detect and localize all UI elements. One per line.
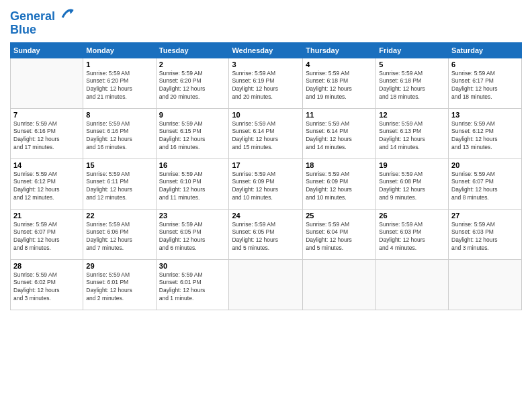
day-number: 4 (306, 60, 373, 68)
day-number: 19 (379, 161, 445, 169)
day-info: Sunrise: 5:59 AM Sunset: 6:03 PM Dayligh… (379, 221, 445, 253)
weekday-header-monday: Monday (83, 42, 156, 58)
day-number: 11 (306, 111, 373, 119)
day-number: 2 (159, 60, 226, 68)
day-info: Sunrise: 5:59 AM Sunset: 6:20 PM Dayligh… (86, 70, 152, 102)
day-info: Sunrise: 5:59 AM Sunset: 6:20 PM Dayligh… (159, 70, 226, 102)
day-number: 25 (306, 212, 373, 220)
day-number: 7 (13, 111, 80, 119)
calendar-cell: 14Sunrise: 5:59 AM Sunset: 6:12 PM Dayli… (11, 158, 83, 209)
day-info: Sunrise: 5:59 AM Sunset: 6:08 PM Dayligh… (379, 171, 445, 203)
calendar-week-2: 7Sunrise: 5:59 AM Sunset: 6:16 PM Daylig… (11, 108, 522, 158)
logo-text: General (10, 10, 75, 24)
calendar-cell: 12Sunrise: 5:59 AM Sunset: 6:13 PM Dayli… (376, 108, 449, 158)
weekday-header-tuesday: Tuesday (156, 42, 229, 58)
day-info: Sunrise: 5:59 AM Sunset: 6:05 PM Dayligh… (232, 221, 300, 253)
day-number: 15 (86, 161, 152, 169)
calendar-cell: 18Sunrise: 5:59 AM Sunset: 6:09 PM Dayli… (303, 158, 376, 209)
day-info: Sunrise: 5:59 AM Sunset: 6:11 PM Dayligh… (86, 171, 152, 203)
day-info: Sunrise: 5:59 AM Sunset: 6:12 PM Dayligh… (451, 120, 519, 152)
logo-blue: Blue (10, 24, 75, 37)
day-number: 20 (451, 161, 519, 169)
day-info: Sunrise: 5:59 AM Sunset: 6:07 PM Dayligh… (13, 221, 80, 253)
calendar-cell: 29Sunrise: 5:59 AM Sunset: 6:01 PM Dayli… (83, 259, 156, 310)
day-number: 6 (451, 60, 519, 68)
calendar-cell: 24Sunrise: 5:59 AM Sunset: 6:05 PM Dayli… (229, 209, 303, 259)
calendar-cell: 27Sunrise: 5:59 AM Sunset: 6:03 PM Dayli… (449, 209, 522, 259)
day-number: 13 (451, 111, 519, 119)
day-number: 27 (451, 212, 519, 220)
logo: General Blue (10, 10, 75, 37)
day-number: 1 (86, 60, 152, 68)
day-number: 8 (86, 111, 152, 119)
calendar-cell (229, 259, 303, 310)
calendar-cell: 9Sunrise: 5:59 AM Sunset: 6:15 PM Daylig… (156, 108, 229, 158)
day-info: Sunrise: 5:59 AM Sunset: 6:19 PM Dayligh… (232, 70, 300, 102)
day-number: 18 (306, 161, 373, 169)
day-info: Sunrise: 5:59 AM Sunset: 6:04 PM Dayligh… (306, 221, 373, 253)
day-info: Sunrise: 5:59 AM Sunset: 6:18 PM Dayligh… (379, 70, 445, 102)
weekday-header-row: SundayMondayTuesdayWednesdayThursdayFrid… (11, 42, 522, 58)
day-info: Sunrise: 5:59 AM Sunset: 6:16 PM Dayligh… (13, 120, 80, 152)
day-number: 23 (159, 212, 226, 220)
day-info: Sunrise: 5:59 AM Sunset: 6:18 PM Dayligh… (306, 70, 373, 102)
calendar-cell: 7Sunrise: 5:59 AM Sunset: 6:16 PM Daylig… (11, 108, 83, 158)
day-info: Sunrise: 5:59 AM Sunset: 6:14 PM Dayligh… (306, 120, 373, 152)
calendar-cell: 16Sunrise: 5:59 AM Sunset: 6:10 PM Dayli… (156, 158, 229, 209)
calendar-cell (376, 259, 449, 310)
calendar-cell: 4Sunrise: 5:59 AM Sunset: 6:18 PM Daylig… (303, 58, 376, 108)
calendar-cell: 17Sunrise: 5:59 AM Sunset: 6:09 PM Dayli… (229, 158, 303, 209)
page-container: General Blue SundayMondayTuesdayWednesda… (0, 0, 532, 317)
calendar-cell (11, 58, 83, 108)
day-number: 29 (86, 262, 152, 270)
day-number: 5 (379, 60, 445, 68)
calendar-cell: 2Sunrise: 5:59 AM Sunset: 6:20 PM Daylig… (156, 58, 229, 108)
calendar-cell: 1Sunrise: 5:59 AM Sunset: 6:20 PM Daylig… (83, 58, 156, 108)
day-number: 17 (232, 161, 300, 169)
day-info: Sunrise: 5:59 AM Sunset: 6:01 PM Dayligh… (86, 271, 152, 304)
calendar-cell: 8Sunrise: 5:59 AM Sunset: 6:16 PM Daylig… (83, 108, 156, 158)
logo-icon (60, 5, 75, 20)
day-number: 30 (159, 262, 226, 270)
calendar-cell: 15Sunrise: 5:59 AM Sunset: 6:11 PM Dayli… (83, 158, 156, 209)
day-info: Sunrise: 5:59 AM Sunset: 6:15 PM Dayligh… (159, 120, 226, 152)
day-info: Sunrise: 5:59 AM Sunset: 6:03 PM Dayligh… (451, 221, 519, 253)
calendar-cell: 10Sunrise: 5:59 AM Sunset: 6:14 PM Dayli… (229, 108, 303, 158)
calendar-cell: 3Sunrise: 5:59 AM Sunset: 6:19 PM Daylig… (229, 58, 303, 108)
day-info: Sunrise: 5:59 AM Sunset: 6:10 PM Dayligh… (159, 171, 226, 203)
calendar-week-4: 21Sunrise: 5:59 AM Sunset: 6:07 PM Dayli… (11, 209, 522, 259)
calendar-week-3: 14Sunrise: 5:59 AM Sunset: 6:12 PM Dayli… (11, 158, 522, 209)
day-number: 22 (86, 212, 152, 220)
day-info: Sunrise: 5:59 AM Sunset: 6:14 PM Dayligh… (232, 120, 300, 152)
header: General Blue (10, 7, 522, 37)
day-info: Sunrise: 5:59 AM Sunset: 6:09 PM Dayligh… (232, 171, 300, 203)
day-number: 28 (13, 262, 80, 270)
calendar-cell: 26Sunrise: 5:59 AM Sunset: 6:03 PM Dayli… (376, 209, 449, 259)
day-info: Sunrise: 5:59 AM Sunset: 6:17 PM Dayligh… (451, 70, 519, 102)
calendar-table: SundayMondayTuesdayWednesdayThursdayFrid… (10, 42, 522, 310)
day-info: Sunrise: 5:59 AM Sunset: 6:09 PM Dayligh… (306, 171, 373, 203)
calendar-cell: 11Sunrise: 5:59 AM Sunset: 6:14 PM Dayli… (303, 108, 376, 158)
day-number: 10 (232, 111, 300, 119)
weekday-header-friday: Friday (376, 42, 449, 58)
day-info: Sunrise: 5:59 AM Sunset: 6:05 PM Dayligh… (159, 221, 226, 253)
day-number: 21 (13, 212, 80, 220)
calendar-cell: 30Sunrise: 5:59 AM Sunset: 6:01 PM Dayli… (156, 259, 229, 310)
day-info: Sunrise: 5:59 AM Sunset: 6:06 PM Dayligh… (86, 221, 152, 253)
calendar-cell: 6Sunrise: 5:59 AM Sunset: 6:17 PM Daylig… (449, 58, 522, 108)
day-info: Sunrise: 5:59 AM Sunset: 6:13 PM Dayligh… (379, 120, 445, 152)
weekday-header-wednesday: Wednesday (229, 42, 303, 58)
calendar-cell (303, 259, 376, 310)
calendar-cell: 20Sunrise: 5:59 AM Sunset: 6:07 PM Dayli… (449, 158, 522, 209)
calendar-cell: 22Sunrise: 5:59 AM Sunset: 6:06 PM Dayli… (83, 209, 156, 259)
calendar-cell: 25Sunrise: 5:59 AM Sunset: 6:04 PM Dayli… (303, 209, 376, 259)
day-number: 9 (159, 111, 226, 119)
calendar-cell: 28Sunrise: 5:59 AM Sunset: 6:02 PM Dayli… (11, 259, 83, 310)
calendar-week-1: 1Sunrise: 5:59 AM Sunset: 6:20 PM Daylig… (11, 58, 522, 108)
weekday-header-saturday: Saturday (449, 42, 522, 58)
day-number: 3 (232, 60, 300, 68)
day-number: 16 (159, 161, 226, 169)
day-info: Sunrise: 5:59 AM Sunset: 6:07 PM Dayligh… (451, 171, 519, 203)
calendar-cell: 21Sunrise: 5:59 AM Sunset: 6:07 PM Dayli… (11, 209, 83, 259)
calendar-cell: 5Sunrise: 5:59 AM Sunset: 6:18 PM Daylig… (376, 58, 449, 108)
